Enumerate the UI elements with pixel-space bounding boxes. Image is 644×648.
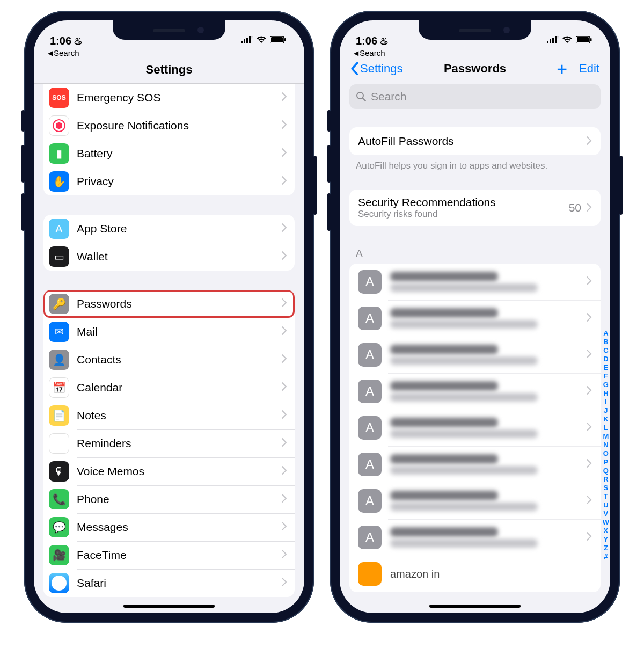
- security-count: 50: [569, 201, 581, 214]
- settings-row-messages[interactable]: 💬Messages: [43, 513, 295, 541]
- index-Y[interactable]: Y: [603, 535, 609, 544]
- passwords-content[interactable]: AutoFill Passwords AutoFill helps you si…: [340, 109, 610, 613]
- index-B[interactable]: B: [603, 338, 609, 346]
- settings-row-calendar[interactable]: 📅Calendar: [43, 374, 295, 402]
- row-label: Passwords: [77, 297, 282, 310]
- index-V[interactable]: V: [603, 509, 609, 518]
- svg-rect-15: [590, 38, 592, 41]
- password-row[interactable]: A: [349, 337, 601, 373]
- index-#[interactable]: #: [603, 552, 609, 561]
- index-C[interactable]: C: [603, 346, 609, 355]
- index-M[interactable]: M: [603, 432, 609, 441]
- mail-icon: ✉: [49, 322, 69, 342]
- autofill-footer: AutoFill helps you sign in to apps and w…: [356, 161, 594, 171]
- index-D[interactable]: D: [603, 355, 609, 363]
- index-R[interactable]: R: [603, 475, 609, 484]
- index-I[interactable]: I: [603, 398, 609, 406]
- site-letter-icon: A: [358, 307, 382, 330]
- password-row[interactable]: A: [349, 410, 601, 446]
- row-label: FaceTime: [77, 549, 282, 562]
- chevron-right-icon: [282, 494, 287, 505]
- index-G[interactable]: G: [603, 381, 609, 389]
- phone-icon: 📞: [49, 489, 69, 509]
- svg-rect-8: [547, 41, 548, 43]
- chevron-right-icon: [282, 148, 287, 159]
- settings-row-contacts[interactable]: 👤Contacts: [43, 346, 295, 374]
- app-store-icon: A: [49, 219, 69, 239]
- chevron-right-icon: [282, 522, 287, 533]
- edit-button[interactable]: Edit: [579, 62, 599, 76]
- status-time: 1:06: [50, 35, 71, 47]
- settings-list[interactable]: SOSEmergency SOSExposure Notifications▮B…: [34, 84, 304, 613]
- settings-row-reminders[interactable]: ⋮Reminders: [43, 429, 295, 457]
- settings-row-privacy[interactable]: ✋Privacy: [43, 168, 295, 195]
- index-F[interactable]: F: [603, 372, 609, 381]
- add-button[interactable]: +: [557, 63, 567, 74]
- site-letter-icon: A: [358, 526, 382, 549]
- index-O[interactable]: O: [603, 449, 609, 458]
- settings-row-facetime[interactable]: 🎥FaceTime: [43, 541, 295, 569]
- index-W[interactable]: W: [603, 518, 609, 527]
- index-L[interactable]: L: [603, 424, 609, 432]
- password-row[interactable]: A: [349, 519, 601, 556]
- settings-row-emergency-sos[interactable]: SOSEmergency SOS: [43, 84, 295, 112]
- security-recommendations-row[interactable]: Security Recommendations Security risks …: [349, 190, 601, 226]
- notch: [113, 20, 225, 40]
- site-letter-icon: A: [358, 453, 382, 476]
- index-U[interactable]: U: [603, 501, 609, 509]
- settings-row-notes[interactable]: 📄Notes: [43, 402, 295, 429]
- home-indicator[interactable]: [429, 605, 521, 608]
- index-H[interactable]: H: [603, 389, 609, 398]
- row-label: App Store: [77, 222, 282, 235]
- alpha-index[interactable]: ABCDEFGHIJKLMNOPQRSTUVWXYZ#: [603, 329, 609, 561]
- index-T[interactable]: T: [603, 492, 609, 501]
- cellular-icon: !: [241, 34, 253, 46]
- index-P[interactable]: P: [603, 458, 609, 467]
- settings-row-exposure-notifications[interactable]: Exposure Notifications: [43, 112, 295, 140]
- back-button[interactable]: Settings: [350, 62, 403, 76]
- activity-icon: ♨: [74, 35, 83, 47]
- index-X[interactable]: X: [603, 527, 609, 535]
- index-Z[interactable]: Z: [603, 544, 609, 552]
- site-letter-icon: A: [358, 343, 382, 367]
- index-Q[interactable]: Q: [603, 467, 609, 475]
- settings-row-safari[interactable]: Safari: [43, 569, 295, 597]
- chevron-right-icon: [282, 251, 287, 262]
- index-J[interactable]: J: [603, 406, 609, 415]
- password-row[interactable]: A: [349, 483, 601, 519]
- settings-row-voice-memos[interactable]: 🎙Voice Memos: [43, 457, 295, 485]
- password-row[interactable]: amazon in: [349, 556, 601, 592]
- chevron-right-icon: [587, 276, 592, 287]
- search-input[interactable]: Search: [349, 84, 601, 109]
- svg-rect-7: [284, 38, 286, 41]
- password-row[interactable]: A: [349, 373, 601, 410]
- index-K[interactable]: K: [603, 415, 609, 424]
- password-row[interactable]: A: [349, 300, 601, 337]
- autofill-passwords-row[interactable]: AutoFill Passwords: [349, 127, 601, 155]
- site-letter-icon: A: [358, 416, 382, 440]
- index-S[interactable]: S: [603, 484, 609, 492]
- back-to-search[interactable]: ◀ Search: [34, 48, 304, 57]
- index-E[interactable]: E: [603, 363, 609, 372]
- settings-row-phone[interactable]: 📞Phone: [43, 485, 295, 513]
- row-label: Calendar: [77, 381, 282, 394]
- row-label: Messages: [77, 521, 282, 534]
- chevron-right-icon: [587, 532, 592, 543]
- exposure-notifications-icon: [49, 115, 69, 136]
- home-indicator[interactable]: [123, 605, 215, 608]
- section-header-a: A: [356, 247, 594, 259]
- settings-row-app-store[interactable]: AApp Store: [43, 215, 295, 243]
- index-N[interactable]: N: [603, 441, 609, 449]
- chevron-right-icon: [587, 496, 592, 506]
- settings-row-mail[interactable]: ✉Mail: [43, 318, 295, 346]
- settings-row-passwords[interactable]: 🔑Passwords: [43, 290, 295, 318]
- password-row[interactable]: A: [349, 446, 601, 483]
- password-row[interactable]: A: [349, 264, 601, 300]
- back-to-search[interactable]: ◀ Search: [340, 48, 610, 57]
- chevron-right-icon: [282, 120, 287, 131]
- settings-row-battery[interactable]: ▮Battery: [43, 140, 295, 168]
- settings-row-wallet[interactable]: ▭Wallet: [43, 243, 295, 271]
- row-label: Reminders: [77, 437, 282, 450]
- svg-rect-0: [241, 41, 243, 43]
- index-A[interactable]: A: [603, 329, 609, 338]
